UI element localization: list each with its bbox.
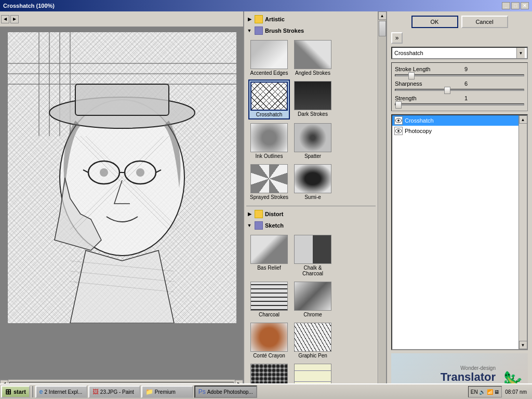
filter-thumb-angled [294, 40, 331, 69]
filter-chalk-charcoal[interactable]: Chalk & Charcoal [292, 233, 334, 278]
category-brush-strokes[interactable]: ▼ Brush Strokes [244, 25, 378, 36]
category-brush-label: Brush Strokes [265, 28, 304, 34]
ok-button[interactable]: OK [411, 16, 458, 28]
filter-chrome[interactable]: Chrome [292, 280, 334, 319]
filter-spatter[interactable]: Spatter [292, 122, 334, 161]
expand-artistic-icon: ▶ [246, 16, 252, 22]
parameters-section: Stroke Length 9 Sharpness 6 Strength [391, 62, 528, 111]
close-button[interactable]: ✕ [521, 2, 529, 9]
preview-list-panel: Crosshatch Photocopy [391, 114, 528, 350]
expand-distort-icon: ▶ [246, 211, 252, 217]
preview-item-crosshatch-label: Crosshatch [405, 117, 434, 124]
taskbar-separator-1 [32, 386, 33, 397]
taskbar-item-folder[interactable]: 📁 Premium [141, 385, 193, 398]
folder-icon-distort [255, 210, 263, 218]
taskbar-item-paint[interactable]: 🖼 23.JPG - Paint [88, 385, 140, 398]
filter-label-chrome: Chrome [293, 312, 332, 317]
svg-rect-14 [75, 84, 169, 115]
expand-sketch-icon: ▼ [246, 222, 252, 229]
filter-thumb-crosshatch [250, 82, 288, 111]
filter-graphic-pen[interactable]: Graphic Pen [292, 321, 334, 360]
filter-thumb-basrelief [250, 235, 288, 264]
canvas-toolbar: ◀ ▶ [0, 11, 243, 27]
tray-lang: EN [471, 389, 478, 395]
zoom-out-button[interactable]: ◀ [1, 15, 9, 23]
category-sketch-label: Sketch [265, 222, 284, 229]
filter-ink-outlines[interactable]: Ink Outlines [248, 122, 290, 161]
preview-scroll-down[interactable]: ▼ [519, 341, 527, 349]
filter-thumb-charcoal [250, 282, 288, 311]
filter-dark-strokes[interactable]: Dark Strokes [292, 79, 334, 119]
filter-scroll-thumb[interactable] [379, 21, 386, 36]
zoom-in-button[interactable]: ▶ [10, 15, 19, 23]
filter-label-graphicpen: Graphic Pen [293, 353, 332, 358]
folder-icon-sketch [255, 221, 263, 230]
folder-icon-artistic [255, 15, 263, 23]
category-artistic[interactable]: ▶ Artistic [244, 14, 378, 25]
strength-slider[interactable] [395, 103, 524, 105]
controls-panel: OK Cancel » Crosshatch ▼ Stroke Length 9 [387, 11, 532, 399]
expand-brush-icon: ▼ [246, 28, 252, 34]
taskbar-item-photoshop[interactable]: Ps Adobe Photoshop... [194, 385, 257, 398]
filter-conte-crayon[interactable]: Conté Crayon [248, 321, 290, 360]
preview-item-crosshatch[interactable]: Crosshatch [392, 115, 518, 126]
cancel-button[interactable]: Cancel [461, 16, 508, 28]
filter-accented-edges[interactable]: Accented Edges [248, 38, 290, 77]
svg-point-34 [397, 130, 400, 132]
filter-scroll-up-button[interactable]: ▲ [378, 11, 387, 20]
system-tray: EN 🔊 📶 🖥 [468, 386, 502, 397]
filter-label-charcoal: Charcoal [249, 312, 289, 317]
filter-content[interactable]: ▶ Artistic ▼ Brush Strokes A [244, 11, 378, 399]
dropdown-arrow-icon: ▼ [516, 48, 525, 58]
filter-crosshatch[interactable]: Crosshatch [248, 79, 290, 119]
filter-label-chalk: Chalk & Charcoal [293, 265, 332, 276]
strength-label: Strength [395, 95, 452, 101]
svg-point-32 [397, 119, 400, 122]
preview-item-photocopy[interactable]: Photocopy [392, 126, 518, 136]
preview-scroll-up[interactable]: ▲ [519, 115, 527, 124]
taskbar-right: EN 🔊 📶 🖥 08:07 nm [468, 386, 531, 397]
stroke-length-value: 9 [452, 66, 468, 72]
expand-panel-button[interactable]: » [391, 32, 403, 44]
filter-label-sumie: Sumi-e [293, 194, 332, 200]
filter-name-dropdown[interactable]: Crosshatch ▼ [391, 47, 528, 59]
filter-sprayed-strokes[interactable]: Sprayed Strokes [248, 163, 290, 202]
start-label: start [14, 389, 26, 395]
sharpness-slider[interactable] [395, 89, 524, 91]
filter-sumie[interactable]: Sumi-e [292, 163, 334, 202]
divider-1 [246, 206, 376, 206]
filter-label-sprayed: Sprayed Strokes [249, 194, 289, 200]
sharpness-thumb[interactable] [444, 87, 450, 94]
taskbar-item-ie[interactable]: e 2 Internet Expl... [35, 385, 87, 398]
filter-panel: ▶ Artistic ▼ Brush Strokes A [244, 11, 387, 399]
time-display: 08:07 nm [503, 389, 529, 395]
title-bar-buttons: _ □ ✕ [502, 2, 529, 9]
stroke-length-slider[interactable] [395, 74, 524, 76]
brush-strokes-grid: Accented Edges Angled Strokes Crosshatch [244, 36, 378, 204]
sharpness-value: 6 [452, 81, 468, 87]
filter-thumb-chalk [294, 235, 331, 264]
filter-bas-relief[interactable]: Bas Relief [248, 233, 290, 278]
filter-angled-strokes[interactable]: Angled Strokes [292, 38, 334, 77]
filter-charcoal[interactable]: Charcoal [248, 280, 290, 319]
category-artistic-label: Artistic [265, 16, 285, 22]
stroke-length-thumb[interactable] [408, 72, 415, 79]
strength-thumb[interactable] [395, 101, 402, 109]
maximize-button[interactable]: □ [511, 2, 520, 9]
stroke-length-row: Stroke Length 9 [395, 66, 524, 72]
svg-point-21 [136, 168, 144, 177]
filter-label-ink: Ink Outlines [249, 153, 289, 159]
visibility-icon-crosshatch[interactable] [394, 116, 403, 125]
preview-list: Crosshatch Photocopy [392, 115, 518, 349]
category-sketch[interactable]: ▼ Sketch [244, 220, 378, 231]
filter-scroll-track[interactable] [379, 20, 386, 391]
strength-row: Strength 1 [395, 95, 524, 101]
filter-thumb-accented [250, 40, 288, 69]
title-bar: Crosshatch (100%) _ □ ✕ [0, 0, 532, 11]
start-button[interactable]: ⊞ start [1, 385, 30, 398]
minimize-button[interactable]: _ [502, 2, 510, 9]
visibility-icon-photocopy[interactable] [394, 127, 403, 135]
category-distort[interactable]: ▶ Distort [244, 208, 378, 220]
filter-label-crosshatch: Crosshatch [249, 112, 289, 117]
controls-buttons: OK Cancel [391, 16, 528, 28]
